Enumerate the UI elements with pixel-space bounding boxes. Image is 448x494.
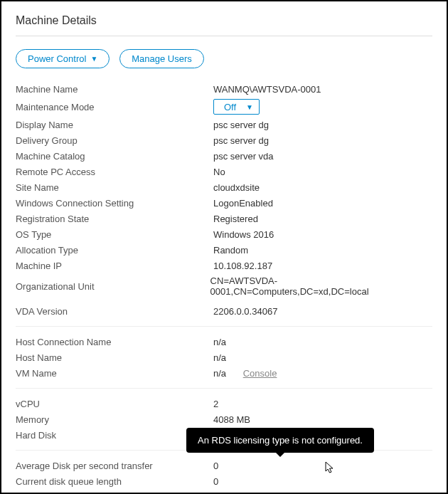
label: Registration State bbox=[16, 214, 213, 224]
value: Random bbox=[213, 245, 248, 256]
divider bbox=[16, 388, 432, 389]
value: 2206.0.0.34067 bbox=[213, 306, 277, 317]
label: Remote PC Access bbox=[16, 167, 213, 177]
row-maintenance-mode: Maintenance Mode Off ▼ bbox=[16, 97, 432, 117]
row-disk-queue: Current disk queue length 0 bbox=[16, 473, 432, 489]
value: psc server dg bbox=[213, 135, 269, 146]
maintenance-mode-value: Off bbox=[224, 102, 236, 112]
label: Current disk queue length bbox=[16, 476, 213, 487]
page-title: Machine Details bbox=[16, 14, 432, 27]
label: OS Type bbox=[16, 229, 213, 240]
power-control-button[interactable]: Power Control ▼ bbox=[16, 49, 110, 68]
value: 2 bbox=[213, 399, 218, 409]
value: n/a bbox=[213, 337, 226, 347]
label: VM Name bbox=[16, 368, 213, 379]
value: 10.108.92.187 bbox=[213, 261, 272, 271]
label: Maintenance Mode bbox=[16, 102, 213, 112]
row-win-conn: Windows Connection Setting LogonEnabled bbox=[16, 195, 432, 211]
label: Display Name bbox=[16, 120, 213, 130]
value-container: Off ▼ bbox=[213, 99, 260, 115]
value: psc server vda bbox=[213, 151, 274, 162]
label: VDA Version bbox=[16, 306, 213, 317]
value: Registered bbox=[213, 214, 258, 224]
row-vda-version: VDA Version 2206.0.0.34067 bbox=[16, 303, 432, 319]
label: Host Name bbox=[16, 352, 213, 363]
label: vCPU bbox=[16, 399, 213, 409]
row-reg-state: Registration State Registered bbox=[16, 211, 432, 226]
label: Machine Name bbox=[16, 84, 213, 95]
value-container: Not configured properly i bbox=[213, 491, 334, 494]
manage-users-label: Manage Users bbox=[132, 53, 192, 64]
row-memory: Memory 4088 MB bbox=[16, 411, 432, 427]
value: 0 bbox=[213, 461, 218, 471]
value: LogonEnabled bbox=[213, 198, 273, 209]
value: No bbox=[213, 167, 225, 177]
label: Organizational Unit bbox=[16, 281, 210, 292]
row-delivery-group: Delivery Group psc server dg bbox=[16, 132, 432, 148]
chevron-down-icon: ▼ bbox=[90, 55, 97, 63]
row-host-name: Host Name n/a bbox=[16, 350, 432, 365]
row-vcpu: vCPU 2 bbox=[16, 396, 432, 411]
label: Memory bbox=[16, 414, 213, 425]
value: Windows 2016 bbox=[213, 229, 274, 240]
chevron-down-icon: ▼ bbox=[246, 103, 253, 111]
rds-warning-text: Not configured properly bbox=[213, 491, 319, 494]
row-remote-pc: Remote PC Access No bbox=[16, 164, 432, 179]
divider bbox=[16, 36, 432, 36]
value: WANMQ\AWTSVDA-0001 bbox=[213, 84, 321, 95]
label: Microsoft RDS License bbox=[16, 492, 213, 495]
manage-users-button[interactable]: Manage Users bbox=[119, 49, 204, 68]
row-machine-ip: Machine IP 10.108.92.187 bbox=[16, 258, 432, 273]
label: Hard Disk bbox=[16, 430, 213, 441]
label: Average Disk per second transfer bbox=[16, 461, 213, 471]
row-machine-catalog: Machine Catalog psc server vda bbox=[16, 148, 432, 164]
row-alloc-type: Allocation Type Random bbox=[16, 242, 432, 258]
value: cloudxdsite bbox=[213, 182, 260, 193]
label: Machine IP bbox=[16, 261, 213, 271]
row-ou: Organizational Unit CN=AWTSVDA-0001,CN=C… bbox=[16, 273, 432, 299]
row-vm-name: VM Name n/a Console bbox=[16, 365, 432, 381]
value-container: n/a Console bbox=[213, 368, 277, 379]
power-control-label: Power Control bbox=[28, 53, 86, 64]
row-rds-license: Microsoft RDS License Not configured pro… bbox=[16, 489, 432, 494]
value: CN=AWTSVDA-0001,CN=Computers,DC=xd,DC=lo… bbox=[210, 275, 432, 297]
row-avg-disk: Average Disk per second transfer 0 bbox=[16, 458, 432, 473]
value: psc server dg bbox=[213, 120, 269, 130]
row-os-type: OS Type Windows 2016 bbox=[16, 226, 432, 242]
row-host-conn: Host Connection Name n/a bbox=[16, 334, 432, 350]
console-link[interactable]: Console bbox=[243, 368, 277, 379]
label: Host Connection Name bbox=[16, 337, 213, 347]
value: 4088 MB bbox=[213, 414, 250, 425]
label: Windows Connection Setting bbox=[16, 198, 213, 209]
tooltip: An RDS licensing type is not configured. bbox=[186, 428, 374, 453]
label: Delivery Group bbox=[16, 135, 213, 146]
maintenance-mode-select[interactable]: Off ▼ bbox=[213, 99, 260, 115]
divider bbox=[16, 326, 432, 327]
value: n/a bbox=[213, 352, 226, 363]
label: Machine Catalog bbox=[16, 151, 213, 162]
label: Allocation Type bbox=[16, 245, 213, 256]
value: 0 bbox=[213, 476, 218, 487]
row-machine-name: Machine Name WANMQ\AWTSVDA-0001 bbox=[16, 81, 432, 97]
row-display-name: Display Name psc server dg bbox=[16, 117, 432, 132]
label: Site Name bbox=[16, 182, 213, 193]
value: n/a bbox=[213, 368, 226, 379]
toolbar: Power Control ▼ Manage Users bbox=[16, 49, 432, 68]
row-site-name: Site Name cloudxdsite bbox=[16, 179, 432, 195]
